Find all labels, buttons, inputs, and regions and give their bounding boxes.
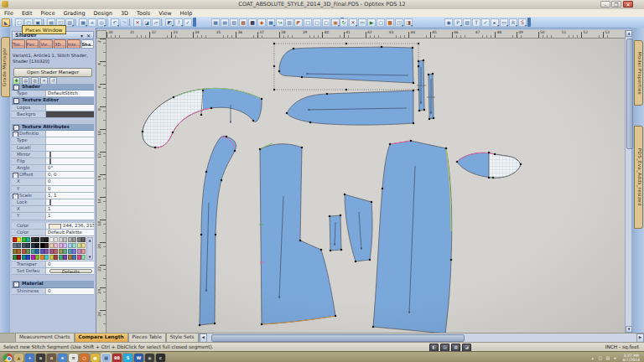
palette-swatch-4[interactable] [31, 237, 35, 243]
palette-swatch-15[interactable] [81, 237, 86, 243]
palette-swatch-18[interactable] [22, 243, 26, 249]
prop-value[interactable]: 0 [46, 186, 94, 192]
paint-icon[interactable]: S▾ [518, 18, 527, 27]
help-icon[interactable]: ?▾ [174, 18, 183, 27]
play-icon[interactable]: ▶ [367, 18, 376, 27]
piece-collar-large[interactable] [143, 88, 262, 147]
checkbox-unchecked-icon[interactable] [49, 158, 51, 164]
page-1-icon[interactable]: ▢ [304, 18, 312, 27]
palette-swatch-39[interactable] [44, 249, 49, 255]
apply-check-icon[interactable]: ✓ [184, 18, 192, 27]
vertical-scrollbar[interactable]: ▲ ▼ [625, 30, 631, 333]
palette-swatch-63[interactable] [81, 255, 86, 261]
undo-icon[interactable]: ↶▾ [111, 18, 119, 27]
page-2-icon[interactable]: ▢ [313, 18, 321, 27]
prop-value[interactable]: 1 [46, 206, 94, 212]
prop-value[interactable] [46, 131, 94, 137]
menu-view[interactable]: View [154, 10, 175, 17]
texture-grid-icon[interactable]: ▩ [239, 18, 247, 27]
palette-swatch-11[interactable] [63, 237, 67, 243]
palette-swatch-49[interactable] [17, 255, 21, 261]
dropdown-arrow-icon[interactable]: ▾ [273, 24, 275, 27]
palette-swatch-28[interactable] [68, 243, 72, 249]
palette-swatch-0[interactable] [13, 237, 17, 243]
vtab-grade-manager[interactable]: Grade Manager [1, 37, 10, 97]
prop-value[interactable]: 1, 1 [46, 193, 94, 199]
palette-swatch-54[interactable] [40, 255, 44, 261]
menu-piece[interactable]: Piece [36, 10, 59, 17]
walkthrough-icon[interactable]: ↪ [276, 18, 284, 27]
palette-swatch-45[interactable] [72, 249, 76, 255]
menu-file[interactable]: File [0, 10, 18, 17]
palette-swatch-51[interactable] [26, 255, 30, 261]
dropdown-arrow-icon[interactable]: ▾ [104, 24, 106, 27]
scroll-up-icon[interactable]: ▲ [626, 30, 632, 37]
menu-grading[interactable]: Grading [60, 10, 90, 17]
flag-icon[interactable]: ▸▾ [491, 18, 499, 27]
panel-tab-3d[interactable]: 3D... [54, 39, 67, 49]
palette-swatch-43[interactable] [63, 249, 67, 255]
palette-swatch-36[interactable] [31, 249, 35, 255]
taskbar-eye[interactable]: ◉ [145, 354, 154, 362]
prop-value[interactable] [46, 158, 94, 164]
palette-swatch-62[interactable] [77, 255, 81, 261]
avatar-icon[interactable]: ◆ [257, 18, 266, 27]
open-shader-manager-button[interactable]: Open Shader Manager [13, 68, 92, 77]
dropdown-arrow-icon[interactable]: ▾ [411, 24, 413, 27]
taskbar-skype[interactable]: S [123, 354, 132, 362]
palette-swatch-58[interactable] [59, 255, 63, 261]
palette-swatch-32[interactable] [13, 249, 17, 255]
palette-swatch-27[interactable] [63, 243, 67, 249]
menu-help[interactable]: Help [176, 10, 197, 17]
stop-icon[interactable]: ■ [386, 18, 394, 27]
palette-swatch-21[interactable] [35, 243, 39, 249]
palette-swatch-46[interactable] [77, 249, 81, 255]
taskbar-vpn[interactable]: 88 [112, 354, 122, 362]
pencil-icon[interactable]: ✓ [481, 18, 490, 27]
refresh-icon[interactable]: ↻ [340, 18, 348, 27]
piece-small-rectangle[interactable] [330, 215, 341, 251]
dropdown-arrow-icon[interactable]: ▾ [181, 24, 183, 27]
palette-swatch-5[interactable] [35, 237, 39, 243]
taskbar-corel[interactable]: c [156, 354, 165, 362]
dropdown-arrow-icon[interactable]: ▾ [516, 24, 517, 27]
defaults-button[interactable]: Defaults [49, 269, 92, 273]
dropdown-arrow-icon[interactable]: ▾ [460, 24, 462, 27]
palette-swatch-53[interactable] [35, 255, 39, 261]
piece-list-icon[interactable]: ▤ [221, 18, 229, 27]
palette-swatch-23[interactable] [44, 243, 49, 249]
board-icon[interactable]: ▭ [358, 18, 366, 27]
palette-swatch-7[interactable] [44, 237, 49, 243]
dropdown-arrow-icon[interactable]: ▾ [72, 24, 74, 27]
palette-swatch-57[interactable] [54, 255, 58, 261]
dropdown-arrow-icon[interactable]: ▾ [402, 24, 403, 27]
palette-swatch-9[interactable] [54, 237, 58, 243]
palette-swatch-2[interactable] [22, 237, 26, 243]
panel-tab-piec[interactable]: Piec... [26, 39, 39, 49]
blank-page-icon[interactable]: ▢ [377, 18, 385, 27]
report-icon[interactable]: ▣▾ [331, 18, 340, 27]
palette-swatch-35[interactable] [26, 249, 30, 255]
delete-red-icon[interactable]: ✕▾ [349, 18, 357, 27]
delete-piece-icon[interactable]: ◪ [143, 18, 151, 27]
palette-swatch-3[interactable] [26, 237, 30, 243]
palette-swatch-24[interactable] [49, 243, 54, 249]
text-tool-icon[interactable]: T [472, 18, 480, 27]
display-options-icon[interactable]: ▥▾ [65, 18, 74, 27]
palette-swatch-50[interactable] [22, 255, 26, 261]
palette-swatch-22[interactable] [40, 243, 44, 249]
taskbar-media[interactable]: a [36, 354, 45, 362]
palette-swatch-48[interactable] [13, 255, 17, 261]
close-button[interactable]: ✕ [623, 1, 633, 8]
expand-icon[interactable]: - [13, 194, 18, 199]
vertical-scroll-thumb[interactable] [626, 39, 633, 149]
palette-scrollbar[interactable]: ▲▼ [86, 237, 93, 260]
panel-close-icon[interactable]: ✕ [86, 32, 91, 39]
menu-edit[interactable]: Edit [18, 10, 37, 17]
taskbar-notes[interactable]: ≡ [69, 354, 78, 362]
palette-swatch-34[interactable] [22, 249, 26, 255]
menu-design[interactable]: Design [90, 10, 117, 17]
taskbar-optitex[interactable]: ▦ [101, 354, 111, 362]
prop-value[interactable] [46, 145, 94, 151]
palette-scroll-up-icon[interactable]: ▲ [87, 238, 92, 242]
